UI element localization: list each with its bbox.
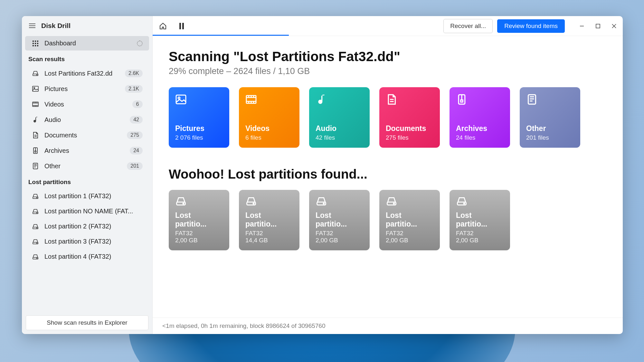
tile-audio[interactable]: Audio42 files — [309, 87, 370, 148]
sidebar-item-label: Documents — [44, 132, 122, 139]
svg-rect-44 — [596, 24, 600, 28]
sidebar-item-lost-partition[interactable]: Lost partition 3 (FAT32) — [25, 234, 149, 249]
sidebar-item-label: Audio — [44, 116, 125, 124]
tile-title: Lost partitio... — [456, 211, 504, 228]
sidebar-item-pictures[interactable]: Pictures2.1K — [25, 81, 149, 96]
svg-rect-47 — [176, 95, 186, 104]
app-window: Disk Drill Dashboard Scan results Lost P… — [22, 16, 623, 334]
svg-point-72 — [323, 203, 324, 204]
svg-rect-41 — [179, 23, 181, 29]
sidebar-item-lost-partition[interactable]: Lost partition 4 (FAT32) — [25, 249, 149, 264]
sidebar-item-other[interactable]: Other201 — [25, 159, 149, 173]
svg-rect-3 — [33, 43, 34, 44]
partition-tiles: Lost partitio...FAT322,00 GBLost partiti… — [169, 190, 607, 250]
tile-count: 42 files — [316, 134, 363, 141]
recover-all-button[interactable]: Recover all... — [443, 19, 493, 33]
sidebar-item-audio[interactable]: Audio42 — [25, 112, 149, 127]
tile-partition[interactable]: Lost partitio...FAT322,00 GB — [169, 190, 229, 250]
sidebar-item-lost-partitions-fat32-dd[interactable]: Lost Partitions Fat32.dd2.6K — [25, 66, 149, 81]
lost-partitions-heading: Woohoo! Lost partitions found... — [169, 167, 607, 181]
svg-rect-26 — [35, 151, 36, 152]
app-title: Disk Drill — [41, 22, 71, 30]
tile-title: Videos — [245, 124, 293, 133]
pause-icon[interactable] — [177, 22, 186, 31]
close-icon[interactable] — [611, 23, 617, 29]
sidebar-item-videos[interactable]: Videos6 — [25, 97, 149, 112]
sidebar-header: Disk Drill — [22, 16, 152, 35]
audio-icon — [32, 116, 39, 123]
loading-spinner-icon — [137, 41, 143, 46]
svg-rect-5 — [37, 43, 38, 44]
archive-icon — [456, 94, 504, 108]
tile-title: Audio — [316, 124, 363, 133]
sidebar: Disk Drill Dashboard Scan results Lost P… — [22, 16, 153, 334]
sidebar-section-lost: Lost partitions — [22, 174, 152, 188]
svg-rect-6 — [33, 45, 34, 46]
tile-partition[interactable]: Lost partitio...FAT3214,4 GB — [239, 190, 299, 250]
minimize-icon[interactable] — [579, 23, 585, 29]
tile-size: 2,00 GB — [386, 237, 433, 244]
svg-rect-7 — [35, 45, 36, 46]
svg-rect-1 — [35, 41, 36, 42]
status-bar: <1m elapsed, 0h 1m remaining, block 8986… — [153, 318, 623, 334]
svg-point-38 — [37, 243, 37, 243]
sidebar-item-label: Lost partition 1 (FAT32) — [44, 192, 143, 200]
svg-point-48 — [178, 97, 180, 99]
svg-rect-62 — [461, 100, 463, 102]
svg-rect-11 — [33, 86, 38, 91]
sidebar-item-label: Archives — [44, 147, 125, 154]
svg-point-76 — [464, 203, 465, 204]
sidebar-item-archives[interactable]: Archives24 — [25, 143, 149, 158]
archive-icon — [32, 147, 39, 154]
maximize-icon[interactable] — [595, 23, 601, 29]
sidebar-item-count: 201 — [127, 162, 143, 170]
tile-title: Lost partitio... — [386, 211, 433, 228]
home-icon[interactable] — [158, 22, 167, 31]
sidebar-item-dashboard[interactable]: Dashboard — [25, 36, 149, 51]
sidebar-item-count: 42 — [130, 116, 143, 124]
disk-icon — [32, 209, 39, 214]
tile-count: 2 076 files — [175, 134, 223, 141]
tile-count: 6 files — [245, 134, 293, 141]
tile-videos[interactable]: Videos6 files — [239, 87, 299, 148]
image-icon — [175, 94, 223, 108]
disk-icon — [32, 254, 39, 260]
sidebar-item-lost-partition[interactable]: Lost partition 2 (FAT32) — [25, 219, 149, 234]
tile-archives[interactable]: Archives24 files — [450, 87, 510, 148]
scan-progress-bar — [153, 35, 289, 36]
sidebar-item-lost-partition[interactable]: Lost partition NO NAME (FAT... — [25, 204, 149, 218]
tile-title: Other — [526, 124, 574, 133]
svg-point-68 — [183, 203, 184, 204]
tile-partition[interactable]: Lost partitio...FAT322,00 GB — [379, 190, 440, 250]
tile-partition[interactable]: Lost partitio...FAT322,00 GB — [309, 190, 370, 250]
disk-icon — [32, 224, 39, 229]
tile-pictures[interactable]: Pictures2 076 files — [169, 87, 229, 148]
doc-icon — [386, 94, 433, 108]
sidebar-item-count: 6 — [132, 100, 143, 108]
sidebar-item-label: Videos — [44, 101, 127, 108]
disk-icon — [32, 70, 39, 76]
sidebar-item-documents[interactable]: Documents275 — [25, 128, 149, 143]
tile-partition[interactable]: Lost partitio...FAT322,00 GB — [450, 190, 510, 250]
svg-rect-4 — [35, 43, 36, 44]
disk-icon — [32, 239, 39, 245]
review-found-items-button[interactable]: Review found items — [497, 19, 565, 33]
svg-point-12 — [34, 87, 35, 88]
other-icon — [526, 94, 574, 108]
sidebar-item-lost-partition[interactable]: Lost partition 1 (FAT32) — [25, 189, 149, 203]
tile-other[interactable]: Other201 files — [520, 87, 580, 148]
svg-point-10 — [37, 75, 37, 75]
tile-documents[interactable]: Documents275 files — [379, 87, 440, 148]
disk-icon — [175, 196, 223, 210]
tile-size: 2,00 GB — [175, 237, 223, 244]
tile-title: Pictures — [175, 124, 223, 133]
show-in-explorer-button[interactable]: Show scan results in Explorer — [26, 315, 148, 330]
tile-size: 14,4 GB — [245, 237, 293, 244]
tile-fs: FAT32 — [456, 230, 504, 237]
doc-icon — [32, 132, 39, 139]
tile-fs: FAT32 — [386, 230, 433, 237]
svg-point-32 — [37, 197, 37, 198]
disk-icon — [386, 196, 433, 210]
sidebar-item-count: 2.1K — [125, 85, 143, 93]
menu-icon[interactable] — [29, 23, 35, 28]
